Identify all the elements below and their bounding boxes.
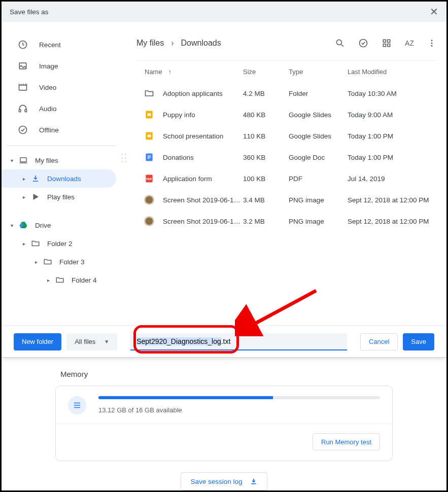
file-size: 100 KB [243,175,289,183]
col-name[interactable]: Name ↑ [136,68,243,76]
file-size: 480 KB [243,111,289,119]
divider [7,146,116,146]
memory-icon [68,396,86,414]
memory-progress [98,396,380,399]
sidebar-playfiles[interactable]: ▸ Play files [2,188,126,206]
breadcrumb-parent[interactable]: My files [136,39,164,48]
file-modified: Sept 12, 2018 at 12:00 PM [348,196,436,204]
sort-arrow-icon: ↑ [168,68,172,76]
sidebar: Recent Image Video Audio Offline ▾ [2,22,126,325]
filename-input[interactable] [130,333,347,350]
sidebar-label: Audio [39,105,57,113]
search-icon[interactable] [335,38,345,48]
file-modified: Today 10:30 AM [348,90,436,97]
sidebar-downloads[interactable]: ▸ Downloads [2,169,116,188]
file-row[interactable]: Donations 360 KB Google Doc Today 1:00 P… [136,147,436,168]
sidebar-folder3[interactable]: ▸ Folder 3 [2,253,126,271]
svg-rect-3 [19,110,21,112]
col-modified[interactable]: Last Modified [348,68,436,76]
file-name: Screen Shot 2019-06-19 ... [163,196,243,204]
cancel-button[interactable]: Cancel [360,333,398,350]
col-type[interactable]: Type [289,68,348,76]
file-name: Donations [163,154,243,161]
file-row[interactable]: PDF Application form 100 KB PDF Jul 14, … [136,168,436,189]
memory-title: Memory [60,370,393,378]
file-size: 4.2 MB [243,90,289,97]
sidebar-folder4[interactable]: ▸ Folder 4 [2,271,126,289]
sidebar-myfiles[interactable]: ▾ My files [2,151,126,169]
file-icon [144,109,155,120]
sidebar-drive[interactable]: ▾ Drive [2,216,126,234]
save-session-log-button[interactable]: Save session log [181,472,267,490]
chevron-right-icon: ▸ [33,259,39,265]
sidebar-video[interactable]: Video [2,77,126,98]
sidebar-label: Folder 2 [47,240,73,248]
svg-rect-10 [388,40,390,42]
file-type: PDF [289,175,348,183]
download-icon [250,477,258,485]
sidebar-offline[interactable]: Offline [2,119,126,140]
sort-icon[interactable]: AZ [405,39,414,47]
sidebar-label: Recent [39,41,61,49]
file-modified: Today 1:00 PM [348,154,436,161]
file-row[interactable]: Screen Shot 2019-06-19 ... 3.2 MB PNG im… [136,210,436,232]
col-size[interactable]: Size [243,68,289,76]
svg-point-14 [431,43,433,44]
laptop-icon [19,156,28,165]
offline-icon [18,125,28,135]
sidebar-folder2[interactable]: ▸ Folder 2 [2,234,126,253]
file-size: 3.2 MB [243,218,289,225]
save-button[interactable]: Save [403,333,434,350]
file-modified: Today 1:00 PM [348,132,436,140]
file-size: 360 KB [243,154,289,161]
file-row[interactable]: Puppy info 480 KB Google Slides Today 9:… [136,104,436,125]
file-name: Application form [163,175,243,183]
new-folder-button[interactable]: New folder [14,333,61,350]
drag-handle-icon[interactable] [121,154,126,163]
headphones-icon [18,103,28,114]
breadcrumb[interactable]: My files › Downloads [136,39,335,48]
clock-icon [18,40,28,50]
sidebar-image[interactable]: Image [2,55,126,77]
file-name: Screen Shot 2019-06-19 ... [163,218,243,225]
file-row[interactable]: Screen Shot 2019-06-19 ... 3.4 MB PNG im… [136,189,436,210]
file-size: 3.4 MB [243,196,289,204]
file-icon [144,216,155,227]
grid-view-icon[interactable] [382,38,392,48]
save-dialog: Save files as ✕ Recent Image Video Audio [2,2,446,358]
sidebar-recent[interactable]: Recent [2,34,126,55]
breadcrumb-current: Downloads [181,39,221,48]
file-row[interactable]: Adoption applicants 4.2 MB Folder Today … [136,83,436,104]
close-icon[interactable]: ✕ [430,7,438,17]
sidebar-label: Downloads [47,175,81,183]
file-icon [144,194,155,205]
image-icon [18,61,28,71]
file-type: Google Slides [289,132,348,140]
table-header: Name ↑ Size Type Last Modified [136,60,436,83]
file-row[interactable]: School presentation 110 KB Google Slides… [136,125,436,147]
file-type: Google Doc [289,154,348,161]
svg-point-7 [336,40,341,45]
svg-rect-2 [19,85,27,90]
svg-point-15 [431,45,433,47]
svg-text:PDF: PDF [146,178,152,181]
folder-icon [55,275,64,285]
main-pane: My files › Downloads AZ Name ↑ Size Type… [126,22,446,325]
sidebar-label: Offline [39,126,59,134]
svg-rect-22 [148,157,151,157]
file-type: PNG image [289,218,348,225]
run-memory-test-button[interactable]: Run Memory test [313,433,380,450]
file-filter-dropdown[interactable]: All files ▼ [66,333,117,350]
offline-toggle-icon[interactable] [358,38,368,48]
chevron-down-icon: ▾ [9,157,15,163]
svg-rect-33 [74,407,80,408]
chevron-right-icon: ▸ [21,240,27,247]
sidebar-label: Folder 4 [72,276,97,284]
file-type: PNG image [289,196,348,204]
file-name: Adoption applicants [163,90,243,97]
file-icon [144,130,155,142]
sidebar-label: Video [39,84,56,91]
svg-point-29 [146,218,153,225]
sidebar-audio[interactable]: Audio [2,98,126,119]
more-icon[interactable] [427,39,436,48]
